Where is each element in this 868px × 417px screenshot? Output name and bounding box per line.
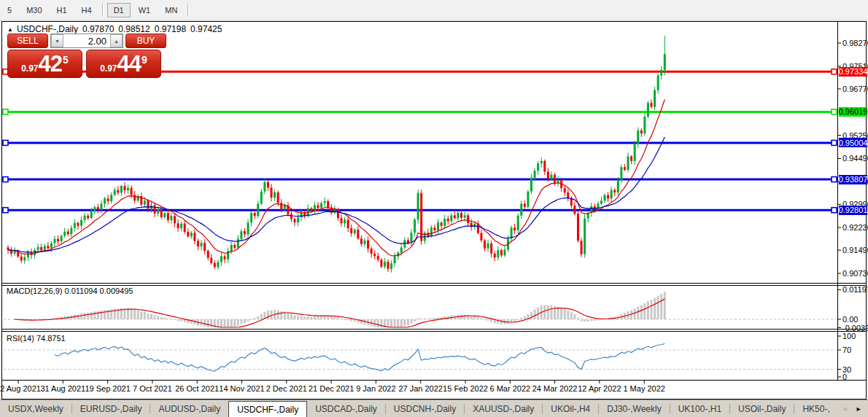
price-line-badge: 0.93807 — [839, 175, 867, 184]
chart-tab-usoildaily[interactable]: USOil-,Daily — [730, 400, 794, 417]
rsi-tick-label: 70 — [842, 346, 851, 354]
ohlc-low: 0.97198 — [155, 24, 186, 34]
line-handle[interactable] — [832, 208, 837, 213]
chart-tab-dj30weekly[interactable]: DJ30-,Weekly — [599, 400, 669, 417]
chart-tab-xauusddaily[interactable]: XAUUSD-,Daily — [465, 400, 542, 417]
timeframe-button-H4[interactable]: H4 — [75, 3, 98, 17]
volume-decrease-icon[interactable]: ▼ — [51, 34, 63, 47]
chart-window: ▲USDCHF-,Daily0.978700.985120.971980.974… — [1, 21, 867, 400]
price-tick-label: 0.90730 — [842, 269, 868, 278]
line-handle[interactable] — [3, 109, 8, 114]
ohlc-high: 0.98512 — [118, 24, 150, 34]
line-handle[interactable] — [832, 140, 837, 145]
timeframe-button-H1[interactable]: H1 — [50, 3, 74, 17]
buy-button[interactable]: BUY — [125, 34, 166, 48]
timeframe-button-MN[interactable]: MN — [158, 3, 184, 17]
timeframe-button-W1[interactable]: W1 — [132, 3, 158, 17]
chart-tab-eurusddaily[interactable]: EURUSD-,Daily — [72, 400, 150, 417]
sell-price-quote[interactable]: 0.97425 — [7, 50, 82, 78]
buy-price-pip: 9 — [142, 54, 147, 66]
timeframe-toolbar: 5M30H1H4D1W1MN — [0, 0, 868, 20]
price-tick-label: 0.96770 — [842, 85, 868, 93]
chart-tab-usdcnhdaily[interactable]: USDCNH-,Daily — [386, 400, 464, 417]
terminal-screen: 5M30H1H4D1W1MN ▲USDCHF-,Daily0.978700.98… — [0, 0, 868, 417]
line-handle[interactable] — [3, 140, 8, 145]
rsi-tick-label: 0 — [842, 373, 847, 381]
price-line-badge: 0.92801 — [839, 206, 867, 215]
macd-tick-label: 0.00 — [842, 315, 858, 324]
sell-price-pip: 5 — [63, 54, 69, 66]
ohlc-open: 0.97870 — [82, 24, 114, 34]
timeframe-button-D1[interactable]: D1 — [107, 3, 131, 17]
toolbar-separator — [187, 4, 189, 17]
sell-price-prefix: 0.97 — [21, 61, 38, 76]
line-handle[interactable] — [832, 109, 837, 114]
rsi-indicator-label: RSI(14) 74.8751 — [7, 334, 66, 343]
sell-price-big: 42 — [39, 52, 62, 76]
chart-tab-usdchfdaily[interactable]: USDCHF-,Daily — [228, 401, 307, 417]
buy-price-big: 44 — [117, 52, 141, 76]
line-handle[interactable] — [3, 177, 8, 182]
price-line-badge: 0.95004 — [839, 138, 867, 147]
tab-scroll-left-icon[interactable]: ◄ — [838, 405, 852, 413]
price-line-badge: 0.96019 — [839, 107, 867, 117]
line-handle[interactable] — [3, 208, 8, 213]
timeframe-button-M30[interactable]: M30 — [20, 3, 48, 17]
tab-scroll-right-icon[interactable]: ► — [852, 405, 866, 413]
price-tick-label: 0.94490 — [842, 154, 868, 163]
volume-increase-icon[interactable]: ▲ — [110, 34, 123, 47]
chart-tab-hk50[interactable]: HK50-, — [794, 400, 837, 417]
timeframe-button-5[interactable]: 5 — [1, 3, 18, 17]
chart-tab-bar: USDX,WeeklyEURUSD-,DailyAUDUSD-,DailyUSD… — [0, 400, 868, 417]
chart-tab-uk100h1[interactable]: UK100-,H1 — [670, 400, 729, 417]
ohlc-close: 0.97425 — [190, 24, 222, 34]
volume-stepper: ▼ ▲ — [50, 34, 123, 48]
chart-symbol-label: USDCHF-,Daily — [17, 24, 78, 34]
chart-tab-audusddaily[interactable]: AUDUSD-,Daily — [150, 400, 228, 417]
buy-price-quote[interactable]: 0.97449 — [86, 50, 161, 78]
collapse-panel-icon[interactable]: ▲ — [7, 26, 13, 33]
chart-title: ▲USDCHF-,Daily0.978700.985120.971980.974… — [7, 24, 222, 34]
price-tick-label: 0.91490 — [842, 246, 868, 254]
chart-tab-usdcaddaily[interactable]: USDCAD-,Daily — [307, 400, 385, 417]
price-line-badge: 0.97334 — [839, 67, 867, 77]
sell-button[interactable]: SELL — [7, 34, 48, 48]
macd-indicator-label: MACD(12,26,9) 0.011094 0.009495 — [7, 287, 133, 295]
volume-input[interactable] — [63, 34, 110, 47]
chart-tab-ukoilh4[interactable]: UKOil-,H4 — [543, 400, 598, 417]
macd-tick-label: 0.011979 — [842, 285, 868, 294]
toolbar-separator — [102, 4, 104, 17]
chart-tab-usdxweekly[interactable]: USDX,Weekly — [0, 400, 71, 417]
buy-price-prefix: 0.97 — [100, 61, 117, 76]
one-click-trade-panel: SELL ▼ ▲ BUY 0.97425 0.97449 — [7, 34, 166, 78]
price-tick-label: 0.92230 — [842, 223, 868, 232]
macd-tick-label: -0.00395 — [842, 324, 868, 332]
price-tick-label: 0.98270 — [842, 39, 868, 47]
rsi-tick-label: 100 — [842, 332, 856, 340]
line-handle[interactable] — [832, 177, 837, 182]
line-handle[interactable] — [832, 69, 837, 74]
chart-canvas[interactable] — [2, 22, 866, 398]
date-label: 1 May 2022 — [611, 384, 677, 393]
